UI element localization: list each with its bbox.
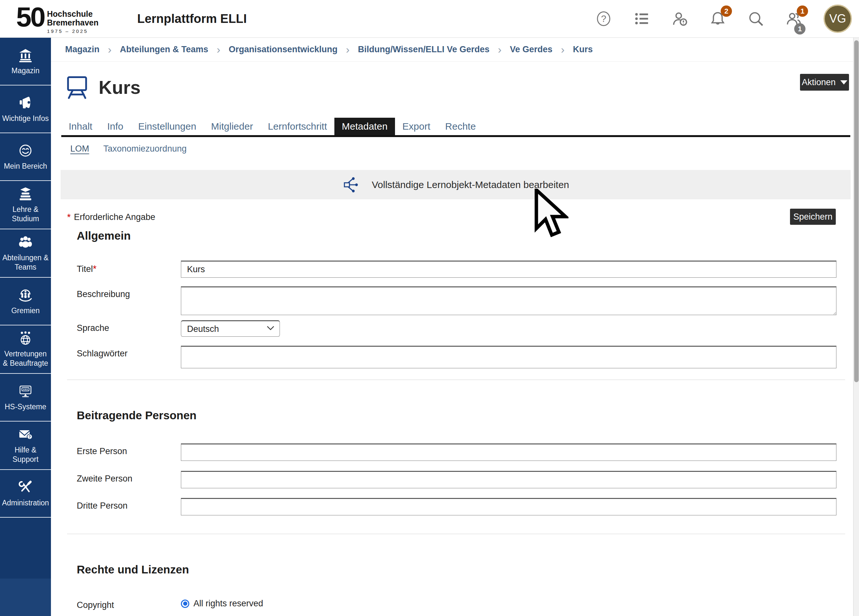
university-logo: 50 Hochschule Bremerhaven 1975 – 2025 — [16, 4, 98, 34]
sidebar-item-wichtige-infos[interactable]: Wichtige Infos — [0, 86, 51, 133]
breadcrumb-item[interactable]: Magazin — [65, 44, 100, 55]
notifications-bell-icon[interactable]: 2 — [709, 9, 726, 28]
erste-person-input[interactable] — [181, 444, 836, 461]
breadcrumb-item[interactable]: Ve Gerdes — [510, 44, 552, 55]
erste-person-label: Erste Person — [77, 444, 181, 457]
metadata-hub-icon — [342, 177, 361, 193]
avatar[interactable]: VG — [823, 5, 852, 33]
sprache-select[interactable]: Deutsch — [181, 320, 280, 337]
contacts-icon[interactable]: 1 1 — [786, 9, 802, 28]
sidebar-item-vertretungen[interactable]: Vertretungen & Beauftragte — [0, 325, 51, 374]
zweite-person-input[interactable] — [181, 471, 836, 488]
copyright-radio[interactable] — [181, 600, 189, 608]
monitor-icon — [18, 383, 33, 399]
breadcrumb-separator: › — [108, 45, 112, 54]
tab-info[interactable]: Info — [100, 118, 131, 135]
sidebar-item-magazin[interactable]: Magazin — [0, 38, 51, 86]
scrollbar-thumb[interactable] — [854, 40, 859, 382]
titel-label: Titel* — [77, 261, 181, 274]
vertical-scrollbar — [853, 38, 859, 616]
required-hint: Erforderliche Angabe — [74, 212, 155, 222]
smiley-icon — [18, 143, 33, 158]
sidebar-item-lehre-studium[interactable]: Lehre & Studium — [0, 181, 51, 229]
required-asterisk: * — [93, 264, 97, 274]
books-icon — [18, 186, 33, 202]
required-asterisk: * — [67, 212, 70, 222]
section-heading-rechte: Rechte und Lizenzen — [77, 562, 853, 577]
sidebar-item-label: Magazin — [12, 66, 40, 75]
sidebar-item-label: HS-Systeme — [5, 402, 46, 411]
dritte-person-label: Dritte Person — [77, 498, 181, 511]
sidebar-item-label: Administration — [2, 498, 49, 508]
sprache-label: Sprache — [77, 320, 181, 333]
app-header: 50 Hochschule Bremerhaven 1975 – 2025 Le… — [0, 0, 859, 38]
sidebar-item-administration[interactable]: Administration — [0, 470, 51, 518]
svg-text:?: ? — [28, 435, 31, 439]
bank-icon — [18, 47, 33, 63]
section-heading-personen: Beitragende Personen — [77, 408, 853, 423]
section-divider — [67, 534, 845, 534]
course-icon — [64, 74, 90, 101]
breadcrumb-separator: › — [498, 45, 501, 54]
sidebar-item-label: Mein Bereich — [4, 162, 47, 171]
tab-mitglieder[interactable]: Mitglieder — [204, 118, 261, 135]
breadcrumb: Magazin › Abteilungen & Teams › Organisa… — [51, 38, 853, 62]
logo-name-line1: Hochschule — [47, 10, 99, 19]
banner-label: Vollständige Lernobjekt-Metadaten bearbe… — [372, 179, 569, 190]
sidebar-item-label: Lehre & Studium — [2, 205, 49, 224]
tab-inhalt[interactable]: Inhalt — [61, 118, 100, 135]
tools-icon — [18, 480, 33, 495]
svg-text:?: ? — [601, 14, 606, 24]
sidebar-item-mein-bereich[interactable]: Mein Bereich — [0, 133, 51, 181]
edit-full-metadata-link[interactable]: Vollständige Lernobjekt-Metadaten bearbe… — [342, 177, 569, 193]
list-menu-icon[interactable] — [633, 9, 650, 28]
dritte-person-input[interactable] — [181, 498, 836, 515]
tab-bar: Inhalt Info Einstellungen Mitglieder Ler… — [61, 118, 850, 137]
sidebar-bottom-highlight — [0, 578, 51, 616]
breadcrumb-item[interactable]: Organisationsentwicklung — [229, 44, 337, 55]
actions-button[interactable]: Aktionen — [800, 74, 849, 91]
logo-50: 50 — [16, 4, 44, 30]
sidebar-item-gremien[interactable]: Gremien — [0, 278, 51, 325]
sidebar-item-abteilungen-teams[interactable]: Abteilungen & Teams — [0, 229, 51, 278]
breadcrumb-item[interactable]: Kurs — [573, 44, 593, 55]
notification-count-badge: 2 — [721, 5, 732, 17]
tab-lernfortschritt[interactable]: Lernfortschritt — [261, 118, 334, 135]
tab-einstellungen[interactable]: Einstellungen — [131, 118, 203, 135]
sidebar-item-hilfe-support[interactable]: ? Hilfe & Support — [0, 422, 51, 470]
sidebar-item-label: Vertretungen & Beauftragte — [2, 349, 49, 368]
assembly-icon — [18, 288, 33, 303]
copyright-option-label: All rights reserved — [194, 599, 263, 608]
titel-input[interactable] — [181, 261, 836, 278]
logo-anniversary: 1975 – 2025 — [47, 28, 99, 34]
tab-metadaten[interactable]: Metadaten — [334, 118, 395, 135]
schlagwoerter-input[interactable] — [181, 346, 836, 368]
search-icon[interactable] — [747, 9, 764, 28]
tab-export[interactable]: Export — [395, 118, 438, 135]
help-icon[interactable]: ? — [595, 9, 612, 28]
who-is-online-icon[interactable] — [672, 9, 688, 28]
tab-rechte[interactable]: Rechte — [438, 118, 483, 135]
beschreibung-label: Beschreibung — [77, 286, 181, 299]
breadcrumb-item[interactable]: Bildung/Wissen/ELLI Ve Gerdes — [358, 44, 489, 55]
beschreibung-textarea[interactable] — [181, 286, 836, 315]
subtab-taxonomiezuordnung[interactable]: Taxonomiezuordnung — [103, 144, 187, 154]
subtab-lom[interactable]: LOM — [70, 144, 89, 154]
main-sidebar: Magazin Wichtige Infos Mein Bereich Lehr… — [0, 38, 51, 616]
sidebar-item-label: Hilfe & Support — [2, 446, 49, 464]
save-button[interactable]: Speichern — [790, 209, 836, 225]
schlagwoerter-label: Schlagwörter — [77, 346, 181, 359]
megaphone-icon — [18, 95, 33, 111]
sidebar-item-hs-systeme[interactable]: HS-Systeme — [0, 374, 51, 422]
section-heading-allgemein: Allgemein — [77, 228, 853, 244]
sidebar-item-label: Abteilungen & Teams — [2, 253, 49, 272]
page-title: Kurs — [99, 77, 141, 98]
app-title: Lernplattform ELLI — [137, 12, 247, 26]
breadcrumb-separator: › — [561, 45, 564, 54]
zweite-person-label: Zweite Person — [77, 471, 181, 484]
sidebar-item-label: Gremien — [11, 306, 40, 316]
breadcrumb-item[interactable]: Abteilungen & Teams — [120, 44, 208, 55]
people-group-icon — [18, 235, 33, 250]
globe-people-icon — [18, 331, 33, 346]
sidebar-item-label: Wichtige Infos — [2, 114, 49, 123]
